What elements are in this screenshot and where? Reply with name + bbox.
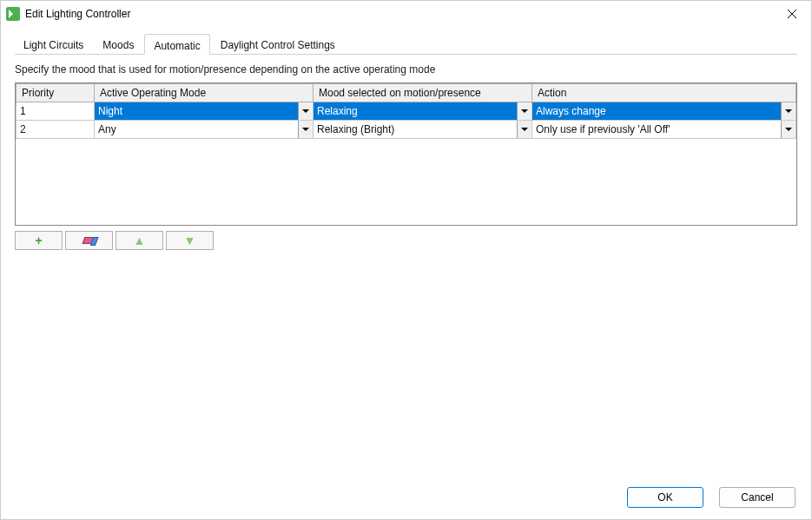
move-down-button[interactable]: ▼ — [166, 231, 214, 250]
cell-mood: Relaxing (Bright) — [314, 121, 532, 139]
column-header-mode[interactable]: Active Operating Mode — [95, 84, 314, 102]
delete-button[interactable] — [65, 231, 113, 250]
eraser-icon — [82, 237, 96, 244]
tab-light-circuits[interactable]: Light Circuits — [15, 34, 92, 55]
move-up-button[interactable]: ▲ — [116, 231, 163, 250]
cell-mode: Any — [95, 121, 314, 139]
cell-mood: Relaxing — [314, 102, 532, 121]
tab-description: Specify the mood that is used for motion… — [15, 63, 797, 76]
dialog-footer: OK Cancel — [1, 476, 811, 519]
chevron-down-icon[interactable] — [781, 121, 795, 138]
tabstrip: Light Circuits Moods Automatic Daylight … — [15, 34, 797, 55]
column-header-action[interactable]: Action — [532, 84, 796, 102]
cell-action: Only use if previously 'All Off' — [532, 121, 796, 139]
tab-daylight-control-settings[interactable]: Daylight Control Settings — [212, 34, 344, 55]
ok-button[interactable]: OK — [627, 487, 703, 508]
chevron-down-icon[interactable] — [781, 102, 795, 120]
arrow-up-icon: ▲ — [134, 234, 146, 247]
close-icon — [788, 10, 796, 18]
close-button[interactable] — [773, 1, 811, 27]
cell-action: Always change — [532, 102, 796, 121]
cell-priority: 2 — [17, 121, 95, 139]
add-button[interactable]: + — [15, 231, 63, 250]
rules-grid: Priority Active Operating Mode Mood sele… — [15, 82, 797, 226]
tab-automatic[interactable]: Automatic — [144, 34, 209, 55]
tab-moods[interactable]: Moods — [94, 34, 142, 55]
cancel-button[interactable]: Cancel — [719, 487, 795, 508]
arrow-down-icon: ▼ — [184, 234, 196, 247]
cell-mode: Night — [95, 102, 314, 121]
titlebar: Edit Lighting Controller — [1, 1, 811, 27]
table-row[interactable]: 2 Any Relaxing (Bright) Only use if prev… — [17, 121, 796, 139]
chevron-down-icon[interactable] — [517, 102, 531, 120]
app-icon — [6, 7, 20, 21]
chevron-down-icon[interactable] — [298, 102, 313, 120]
chevron-down-icon[interactable] — [298, 121, 313, 138]
column-header-mood[interactable]: Mood selected on motion/presence — [314, 84, 532, 102]
dialog-edit-lighting-controller: Edit Lighting Controller Light Circuits … — [0, 0, 812, 520]
plus-icon: + — [35, 234, 42, 247]
chevron-down-icon[interactable] — [517, 121, 531, 138]
table-row[interactable]: 1 Night Relaxing Always change — [17, 102, 796, 121]
column-header-priority[interactable]: Priority — [17, 84, 95, 102]
grid-toolbar: + ▲ ▼ — [15, 231, 797, 250]
dialog-title: Edit Lighting Controller — [25, 8, 130, 20]
cell-priority: 1 — [17, 102, 95, 121]
